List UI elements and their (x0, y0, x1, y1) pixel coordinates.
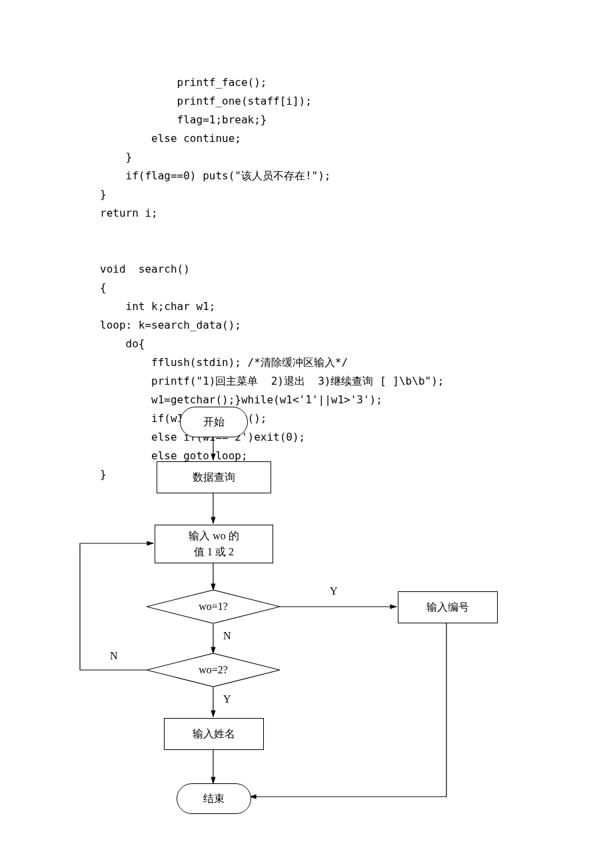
code-line: do{ (100, 337, 145, 350)
flow-decision-wo1: wo=1? (147, 590, 280, 623)
flowchart: 开始 数据查询 输入 wo 的 值 1 或 2 wo=1? wo=2? 输入编号… (0, 407, 613, 833)
code-line: fflush(stdin); /*清除缓冲区输入*/ (100, 356, 348, 369)
label-n1: N (223, 630, 231, 642)
page: printf_face(); printf_one(staff[i]); fla… (0, 0, 613, 868)
flow-input-number: 输入编号 (398, 591, 498, 623)
code-line: return i; (100, 207, 158, 219)
flow-start: 开始 (180, 407, 248, 437)
label-y2: Y (223, 693, 231, 705)
flow-query: 数据查询 (157, 461, 271, 493)
code-line: } (100, 188, 107, 201)
flow-decision-wo2-text: wo=2? (147, 653, 280, 687)
code-line: printf_one(staff[i]); (100, 95, 312, 107)
code-line: printf_face(); (100, 76, 267, 89)
code-line: loop: k=search_data(); (100, 319, 241, 331)
flow-decision-wo2: wo=2? (147, 653, 280, 687)
flow-input-wo: 输入 wo 的 值 1 或 2 (155, 525, 273, 563)
flow-decision-wo1-text: wo=1? (147, 590, 280, 623)
label-n2: N (110, 650, 118, 662)
flow-end: 结束 (177, 783, 251, 814)
code-line: printf("1)回主菜单 2)退出 3)继续查询 [ ]\b\b"); (100, 375, 444, 387)
code-line: } (100, 151, 132, 163)
code-line: w1=getchar();}while(w1<'1'||w1>'3'); (100, 393, 382, 406)
code-line: else continue; (100, 132, 241, 145)
code-line: flag=1;break;} (100, 113, 267, 126)
code-line: void search() (100, 263, 190, 275)
code-line: { (100, 281, 107, 294)
flow-connectors (0, 407, 613, 833)
flow-input-name: 输入姓名 (164, 718, 264, 750)
label-y1: Y (330, 585, 338, 597)
code-line: int k;char w1; (100, 300, 215, 313)
flow-input-wo-line2: 值 1 或 2 (194, 544, 234, 560)
code-line: if(flag==0) puts("该人员不存在!"); (100, 169, 330, 182)
flow-input-wo-line1: 输入 wo 的 (189, 528, 239, 544)
